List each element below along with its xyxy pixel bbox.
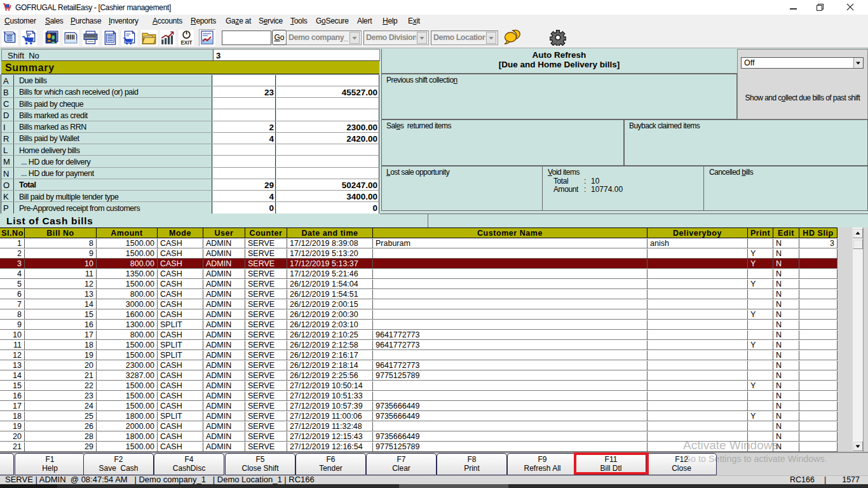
svg-text:EXIT: EXIT — [180, 40, 192, 46]
